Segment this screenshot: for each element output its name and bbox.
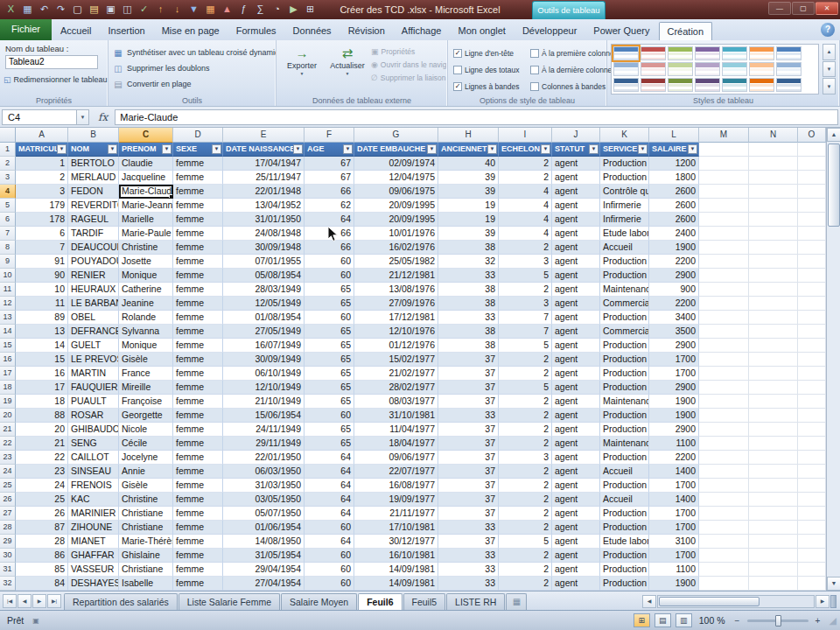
cell[interactable]: 38: [438, 339, 499, 353]
cell[interactable]: 19/09/1977: [354, 493, 438, 507]
cell[interactable]: femme: [173, 479, 223, 493]
cell[interactable]: agent: [552, 451, 600, 465]
cell[interactable]: agent: [552, 255, 600, 269]
cell[interactable]: 2: [499, 437, 552, 451]
cell[interactable]: femme: [173, 339, 223, 353]
normal-view-icon[interactable]: ⊞: [634, 613, 650, 627]
cell[interactable]: 29/11/1949: [223, 437, 304, 451]
cell[interactable]: [798, 521, 826, 535]
cell[interactable]: 16: [16, 367, 68, 381]
cell[interactable]: [798, 269, 826, 283]
horizontal-scrollbar[interactable]: ◀ ▶: [642, 595, 840, 610]
cell[interactable]: [749, 535, 798, 549]
table-style-swatch[interactable]: [749, 78, 774, 92]
cell[interactable]: [798, 381, 826, 395]
cell[interactable]: [749, 227, 798, 241]
cell[interactable]: [749, 199, 798, 213]
cell[interactable]: DEAUCOURT: [68, 241, 119, 255]
checkbox-la-derni-re-colonne[interactable]: À la dernière colonne: [530, 61, 611, 78]
cell[interactable]: 3500: [649, 325, 699, 339]
row-header-6[interactable]: 6: [0, 213, 16, 227]
tool-convertir-en-plage[interactable]: ▤Convertir en plage: [108, 76, 276, 92]
column-header-c[interactable]: C: [119, 128, 173, 143]
cell[interactable]: 16/07/1949: [223, 339, 304, 353]
filter-icon[interactable]: ▼: [487, 144, 497, 154]
cell[interactable]: Georgette: [119, 409, 173, 423]
cell[interactable]: 33: [438, 563, 499, 577]
cell[interactable]: 1700: [649, 549, 699, 563]
checkbox-box[interactable]: ✓: [453, 49, 462, 58]
cell[interactable]: LE PREVOST: [68, 353, 119, 367]
maximize-button[interactable]: ▢: [792, 2, 815, 15]
cell[interactable]: agent: [552, 507, 600, 521]
cell[interactable]: [749, 185, 798, 199]
cell[interactable]: [749, 269, 798, 283]
zoom-in-icon[interactable]: +: [813, 616, 823, 626]
cell[interactable]: femme: [173, 269, 223, 283]
cell[interactable]: 33: [438, 409, 499, 423]
column-header-f[interactable]: F: [304, 128, 354, 143]
cell[interactable]: 7: [499, 325, 552, 339]
cell[interactable]: 60: [304, 577, 354, 591]
cell[interactable]: 22/07/1977: [354, 465, 438, 479]
tab-cr-ation[interactable]: Création: [659, 22, 713, 40]
column-header-j[interactable]: J: [552, 128, 600, 143]
cell[interactable]: [798, 479, 826, 493]
table-style-swatch[interactable]: [613, 78, 639, 92]
sheet-tab-liste-rh[interactable]: LISTE RH: [446, 593, 505, 610]
scroll-down-icon[interactable]: ▼: [827, 577, 840, 591]
cell[interactable]: 38: [438, 241, 499, 255]
cell[interactable]: REVERDITO: [68, 199, 119, 213]
filter-icon[interactable]: ▼: [57, 144, 66, 154]
cell[interactable]: Infirmerie: [600, 213, 649, 227]
cell[interactable]: femme: [173, 521, 223, 535]
autosum-icon[interactable]: ∑: [253, 2, 268, 17]
cell[interactable]: 22/01/1948: [223, 185, 304, 199]
column-header-n[interactable]: N: [749, 128, 798, 143]
cell[interactable]: [699, 381, 749, 395]
cell[interactable]: agent: [552, 479, 600, 493]
sheet-tab-salaire-moyen[interactable]: Salaire Moyen: [281, 593, 357, 610]
column-header-d[interactable]: D: [173, 128, 223, 143]
cell[interactable]: Monique: [119, 339, 173, 353]
cell[interactable]: [798, 325, 826, 339]
insert-function-icon[interactable]: ƒ: [236, 2, 251, 17]
column-header-l[interactable]: L: [649, 128, 699, 143]
horizontal-scroll-thumb[interactable]: [659, 597, 760, 606]
cell[interactable]: 19: [438, 213, 499, 227]
cell[interactable]: 17/12/1981: [354, 311, 438, 325]
tool-supprimer-les-doublons[interactable]: ◫Supprimer les doublons: [108, 60, 276, 76]
cell[interactable]: 39: [438, 185, 499, 199]
cell[interactable]: 64: [304, 451, 354, 465]
table-style-swatch[interactable]: [722, 78, 747, 92]
cell[interactable]: femme: [173, 423, 223, 437]
cell[interactable]: 01/06/1954: [223, 521, 304, 535]
cell[interactable]: 60: [304, 409, 354, 423]
cell[interactable]: Josette: [119, 255, 173, 269]
cell[interactable]: [749, 465, 798, 479]
row-header-13[interactable]: 13: [0, 311, 16, 325]
cell[interactable]: agent: [552, 199, 600, 213]
cell[interactable]: femme: [173, 311, 223, 325]
cell[interactable]: 31/03/1950: [223, 479, 304, 493]
cell[interactable]: 31/05/1954: [223, 549, 304, 563]
table-style-swatch[interactable]: [668, 62, 693, 76]
pivot-table-icon[interactable]: ▦: [203, 2, 218, 17]
row-header-11[interactable]: 11: [0, 283, 16, 297]
cell[interactable]: [798, 213, 826, 227]
cell[interactable]: France: [119, 367, 173, 381]
table-style-swatch[interactable]: [613, 46, 639, 60]
cell[interactable]: [699, 143, 749, 157]
cell[interactable]: Commercial: [600, 325, 649, 339]
cell[interactable]: 22: [16, 451, 68, 465]
cell[interactable]: 2900: [649, 381, 699, 395]
cell[interactable]: agent: [552, 437, 600, 451]
cell[interactable]: 10/01/1976: [354, 227, 438, 241]
name-box-dropdown-icon[interactable]: ▼: [77, 109, 89, 125]
cell[interactable]: 88: [16, 409, 68, 423]
cell[interactable]: agent: [552, 185, 600, 199]
zoom-level[interactable]: 100 %: [696, 615, 728, 626]
cell[interactable]: [699, 479, 749, 493]
cell[interactable]: agent: [552, 493, 600, 507]
cell[interactable]: [749, 171, 798, 185]
